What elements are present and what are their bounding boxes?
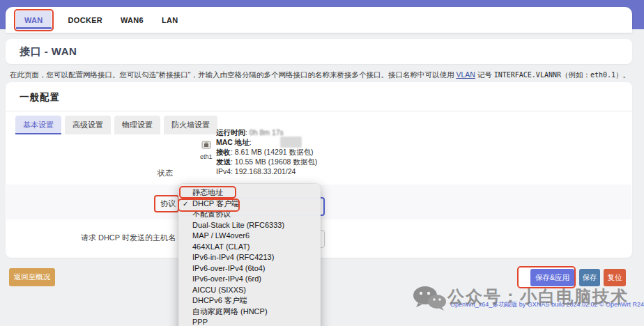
dropdown-item-map[interactable]: MAP / LW4over6 [178, 231, 321, 242]
protocol-label: 协议 [160, 199, 176, 209]
dropdown-item-464xlat[interactable]: 464XLAT (CLAT) [178, 242, 321, 253]
tab-basic-settings[interactable]: 基本设置 [15, 116, 61, 134]
ipv4-line: IPv4: 192.168.33.201/24 [216, 166, 317, 176]
tab-advanced-settings[interactable]: 高级设置 [65, 116, 111, 134]
dropdown-item-6rd[interactable]: IPv6-over-IPv4 (6rd) [178, 274, 321, 285]
device-name: eth1 [200, 153, 213, 160]
annotation-box-wan-tab: WAN [14, 9, 54, 31]
save-apply-button[interactable]: 保存&应用 [530, 269, 574, 286]
status-label: 状态 [91, 168, 173, 178]
ipv4-value: 192.168.33.201/24 [235, 167, 296, 176]
uptime-value: 0h 8m 17s [250, 128, 284, 137]
rx-line: 接收: 8.61 MB (14291 数据包) [216, 147, 317, 157]
dropdown-item-dslite[interactable]: Dual-Stack Lite (RFC6333) [178, 220, 321, 231]
tx-line: 发送: 10.55 MB (19608 数据包) [216, 157, 317, 166]
general-config-title: 一般配置 [6, 82, 632, 111]
tab-wan[interactable]: WAN [16, 11, 52, 29]
page-title: 接口 - WAN [20, 45, 77, 59]
interface-tabbar: WAN DOCKER WAN6 LAN [6, 7, 632, 33]
annotation-box-dhcp-item [178, 199, 240, 212]
tab-wan6[interactable]: WAN6 [112, 10, 153, 30]
annotation-box-protocol-label: 协议 [154, 195, 179, 212]
dropdown-item-6to4[interactable]: IPv6-over-IPv4 (6to4) [178, 263, 321, 274]
uptime-line: 运行时间: 0h 8m 17s [216, 127, 317, 137]
save-button[interactable]: 保存 [579, 269, 600, 286]
mac-line: MAC 地址: [216, 137, 317, 147]
tab-firewall-settings[interactable]: 防火墙设置 [164, 116, 217, 134]
wechat-icon [411, 284, 447, 316]
tab-docker[interactable]: DOCKER [59, 10, 112, 30]
settings-tabs: 基本设置 高级设置 物理设置 防火墙设置 [6, 111, 632, 134]
dropdown-item-ppp[interactable]: PPP [178, 317, 321, 326]
hostname-label: 请求 DHCP 时发送的主机名 [70, 233, 176, 243]
page-description: 在此页面，您可以配置网络接口。您可以勾选"桥接接口"，并输入由空格分隔的多个网络… [10, 70, 634, 80]
vlan-example-code: eth0.1 [590, 71, 615, 79]
page-title-card: 接口 - WAN [6, 39, 632, 64]
vlan-link[interactable]: VLAN [456, 70, 475, 79]
vlan-notation-code: INTERFACE.VLANNR [494, 71, 561, 79]
rx-value: 8.61 MB (14291 数据包) [235, 148, 314, 156]
dropdown-item-aiccu[interactable]: AICCU (SIXXS) [178, 285, 321, 296]
ethernet-port-icon [201, 139, 212, 153]
back-to-overview-button[interactable]: 返回至概况 [9, 268, 55, 286]
tab-lan[interactable]: LAN [153, 10, 187, 30]
status-info: 运行时间: 0h 8m 17s MAC 地址: 接收: 8.61 MB (142… [216, 127, 317, 176]
description-text: 在此页面，您可以配置网络接口。您可以勾选"桥接接口"，并输入由空格分隔的多个网络… [10, 70, 456, 79]
mac-address-redaction [280, 137, 302, 148]
annotation-box-static-item [179, 186, 236, 199]
tx-value: 10.55 MB (19608 数据包) [235, 157, 317, 166]
watermark-text: 公众号：小白电脑技术 [447, 286, 629, 308]
dropdown-item-dhcpv6[interactable]: DHCPv6 客户端 [178, 295, 321, 306]
reset-button[interactable]: 复位 [604, 269, 626, 286]
tab-physical-settings[interactable]: 物理设置 [114, 116, 160, 134]
dropdown-item-hncp[interactable]: 自动家庭网络 (HNCP) [178, 306, 321, 318]
openwrt-interface-page: WAN DOCKER WAN6 LAN 接口 - WAN 在此页面，您可以配置网… [0, 0, 644, 326]
dropdown-item-ipv6-in-ipv4[interactable]: IPv6-in-IPv4 (RFC4213) [178, 252, 321, 263]
